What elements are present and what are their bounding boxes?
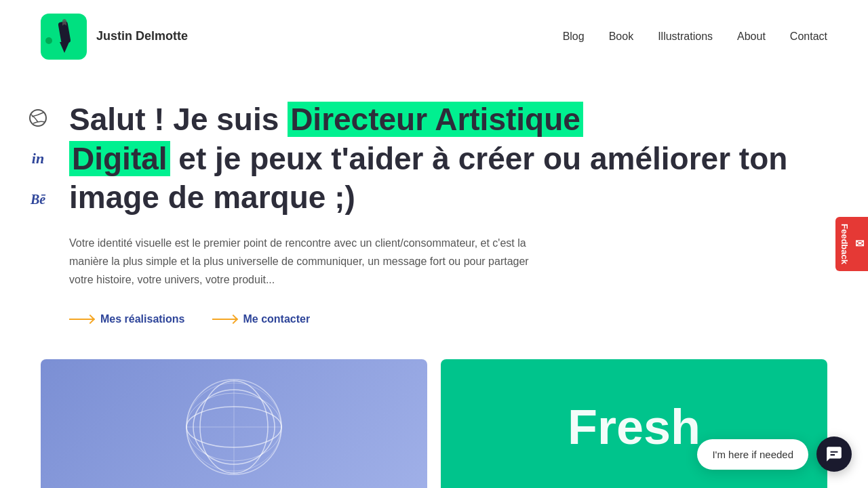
hero-title-highlight1: Directeur Artistique [288, 102, 583, 137]
social-icons: in Bē [27, 100, 69, 325]
cta2-label: Me contacter [243, 313, 311, 325]
feedback-icon: ✉ [855, 237, 864, 250]
hero-title-part3: et je peux t'aider à créer ou améliorer … [69, 141, 787, 216]
portfolio-card-2-label: Fresh [568, 399, 701, 455]
nav-blog[interactable]: Blog [563, 30, 585, 43]
hero-content: Salut ! Je suis Directeur Artistique Dig… [69, 100, 827, 325]
logo-text: Justin Delmotte [96, 28, 188, 44]
logo-icon [41, 14, 87, 60]
chat-bubble-area: I'm here if needed [697, 436, 852, 472]
wireframe-graphic [180, 373, 288, 481]
feedback-label: Feedback [840, 224, 850, 264]
linkedin-icon[interactable]: in [27, 148, 49, 169]
nav-illustrations[interactable]: Illustrations [658, 30, 713, 43]
portfolio-card-1[interactable] [41, 359, 427, 488]
hero-subtitle: Votre identité visuelle est le premier p… [69, 234, 530, 289]
cta-contact[interactable]: Me contacter [212, 313, 311, 325]
svg-point-4 [30, 110, 46, 126]
main-nav: Blog Book Illustrations About Contact [563, 30, 827, 43]
svg-point-1 [45, 37, 52, 44]
behance-icon[interactable]: Bē [27, 188, 49, 210]
logo-link[interactable]: Justin Delmotte [41, 14, 188, 60]
chat-button[interactable] [816, 436, 852, 472]
arrow-icon-2 [212, 314, 237, 324]
chat-icon [825, 445, 843, 463]
dribbble-icon[interactable] [27, 107, 49, 129]
arrow-icon [69, 314, 94, 324]
cta-links: Mes réalisations Me contacter [69, 313, 827, 325]
nav-about[interactable]: About [737, 30, 766, 43]
chat-tooltip: I'm here if needed [697, 439, 808, 470]
feedback-widget[interactable]: ✉ Feedback [835, 217, 868, 271]
header: Justin Delmotte Blog Book Illustrations … [0, 0, 868, 73]
hero-title: Salut ! Je suis Directeur Artistique Dig… [69, 100, 827, 218]
nav-contact[interactable]: Contact [790, 30, 827, 43]
cta1-label: Mes réalisations [100, 313, 185, 325]
hero-title-part1: Salut ! Je suis [69, 102, 288, 137]
hero-title-part2: Digital [69, 141, 170, 176]
cta-realisations[interactable]: Mes réalisations [69, 313, 185, 325]
nav-book[interactable]: Book [609, 30, 633, 43]
hero-section: in Bē Salut ! Je suis Directeur Artistiq… [0, 73, 868, 352]
